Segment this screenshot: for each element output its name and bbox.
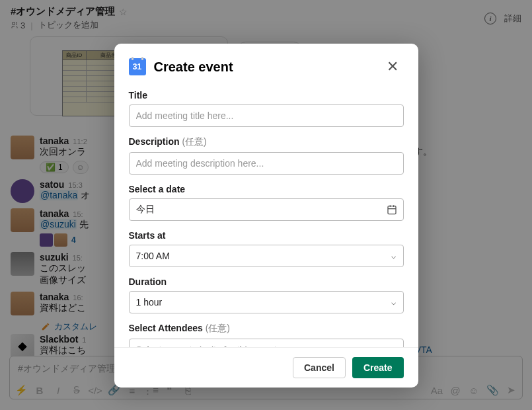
close-button[interactable]: ✕	[381, 56, 404, 78]
starts-at-select[interactable]: 7:00 AM	[129, 245, 404, 267]
description-label: Description (任意)	[129, 136, 404, 148]
title-label: Title	[129, 90, 404, 101]
modal-title: Create event	[154, 60, 373, 75]
duration-select[interactable]: 1 hour	[129, 291, 404, 313]
calendar-picker-icon[interactable]	[387, 204, 397, 215]
title-input[interactable]	[129, 104, 404, 127]
description-input[interactable]	[129, 152, 404, 175]
duration-label: Duration	[129, 276, 404, 287]
attendees-label: Select Attendees (任意)	[129, 323, 404, 335]
date-label: Select a date	[129, 184, 404, 194]
date-input[interactable]	[129, 198, 404, 221]
create-button[interactable]: Create	[352, 357, 404, 378]
attendees-input[interactable]	[129, 339, 404, 347]
starts-label: Starts at	[129, 230, 404, 241]
svg-rect-1	[388, 206, 396, 214]
modal-overlay: 31 Create event ✕ Title Description (任意)…	[0, 0, 532, 410]
cancel-button[interactable]: Cancel	[293, 357, 346, 378]
calendar-icon: 31	[129, 58, 146, 75]
create-event-modal: 31 Create event ✕ Title Description (任意)…	[114, 44, 418, 388]
